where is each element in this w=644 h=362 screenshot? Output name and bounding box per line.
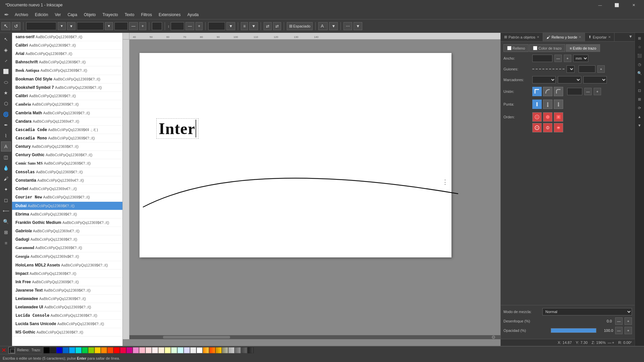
font-item-courier[interactable]: Courier New AaBbCcIiPpQq12369$€?.:/()	[12, 193, 122, 202]
sub-tab-relleno[interactable]: Relleno	[503, 44, 529, 52]
font-item-book-antiqua[interactable]: Book Antiqua AaBbCcIiPpQq12369$€?.:/()	[12, 66, 122, 75]
tool-ellipse[interactable]: ⬭	[1, 77, 11, 87]
orden-6[interactable]	[554, 123, 563, 132]
rs-btn-5[interactable]: 🔍	[636, 69, 644, 77]
canvas-background[interactable]: Inter ⋮ ⚙	[129, 40, 500, 339]
tab-stroke[interactable]: 🖌 Relleno y borde ✕	[543, 33, 585, 41]
font-item-calibri[interactable]: Calibri AaBbCcIiPpQq12369$€?.:/()	[12, 92, 122, 100]
font-item-cambria[interactable]: Cambria AaBbCcIiPpQq12369$€?.:/()	[12, 100, 122, 109]
orden-2[interactable]	[543, 112, 552, 122]
tool-3d[interactable]: ⬡	[1, 99, 11, 109]
pal-white[interactable]	[197, 347, 203, 353]
menu-ayuda[interactable]: Ayuda	[184, 11, 202, 18]
font-item-consolas[interactable]: Consolas AaBbCcIiPpQq12369$€?.:/()	[12, 168, 122, 176]
font-item-comic-sans[interactable]: Comic Sans MS AaBbCcIiPpQq12369$€?.:/()	[12, 159, 122, 168]
color-trazo-checkbox[interactable]	[533, 46, 537, 50]
font-item-dubai[interactable]: Dubai AaBbCcIiPpQq12369$€?.:/()	[12, 202, 122, 210]
rs-btn-4[interactable]: ◷	[636, 60, 644, 68]
rs-btn-1[interactable]: ⊞	[636, 34, 644, 42]
pal-vlight-blue[interactable]	[184, 347, 190, 353]
pal-grad-8[interactable]	[248, 347, 254, 353]
pal-black[interactable]	[44, 347, 50, 353]
menu-trayecto[interactable]: Trayecto	[99, 11, 121, 18]
pal-cyan[interactable]	[69, 347, 75, 353]
tool-bezier[interactable]: ⌇	[1, 131, 11, 141]
font-item-cambria-math[interactable]: Cambria Math AaBbCcIiPpQq12369$€?.:/()	[12, 109, 122, 117]
guiones-value-input[interactable]: 0.00	[579, 65, 595, 73]
panel-collapse-btn[interactable]: ▼	[627, 33, 635, 41]
font-item-leelawadee[interactable]: Leelawadee AaBbCcIiPpQq12369$€?.:/()	[12, 295, 122, 303]
marcadores-start[interactable]	[532, 76, 556, 83]
pal-grad-3[interactable]	[216, 347, 222, 353]
tool-select[interactable]: ↖	[1, 22, 10, 30]
marcadores-end[interactable]	[583, 76, 607, 83]
tab-pattern[interactable]: ⊞ Patrón a objetos ✕	[501, 33, 543, 41]
close-pattern-tab[interactable]: ✕	[537, 35, 539, 39]
punta-square[interactable]	[543, 100, 552, 109]
more-text-btn[interactable]: ⋯	[343, 22, 352, 30]
punta-butt[interactable]	[532, 100, 542, 109]
font-item-candara[interactable]: Candara AaBbCcIiPpQq12369s€?.:/()	[12, 117, 122, 126]
union-value-input[interactable]: 4.00	[567, 88, 582, 95]
no-paint-icon[interactable]: ✕	[1, 347, 6, 354]
canvas-text-element[interactable]: Inter	[156, 118, 199, 139]
canvas-settings-icon[interactable]: ⚙	[491, 335, 496, 339]
tool-spray[interactable]: ✦	[1, 184, 11, 194]
font-item-lucida-sans[interactable]: Lucida Sans Unicode AaBbCcIiPpQq12369$€?…	[12, 320, 122, 328]
sub-tab-estilo-trazo[interactable]: ≡ Estilo de trazo	[566, 44, 600, 52]
app-icon[interactable]: ✒	[1, 10, 11, 20]
bezier-curve[interactable]	[140, 154, 462, 221]
line-height-down[interactable]: —	[185, 22, 194, 30]
guiones-plus[interactable]: +	[597, 65, 605, 73]
tool-pointer[interactable]: ↖	[1, 34, 11, 44]
pal-blue[interactable]	[63, 347, 69, 353]
pal-vlight-green[interactable]	[171, 347, 177, 353]
canvas-menu-dots[interactable]: ⋮	[442, 178, 448, 186]
tool-magnify[interactable]: 🔍	[1, 217, 11, 227]
menu-capa[interactable]: Capa	[64, 11, 80, 18]
close-export-tab[interactable]: ✕	[608, 35, 611, 39]
font-family-icon[interactable]: ▼	[58, 22, 66, 30]
pal-grad-7[interactable]	[241, 347, 247, 353]
ancho-minus[interactable]: —	[554, 55, 562, 62]
font-item-bookshelf[interactable]: Bookshelf Symbol 7 AaBbCcIiPpQq12369$€?.…	[12, 83, 122, 92]
pal-ultra-light-pink[interactable]	[152, 347, 158, 353]
font-item-franklin[interactable]: Franklin Gothic Medium AaBbCcIiPpQq12369…	[12, 219, 122, 227]
pal-vlight-pink[interactable]	[146, 347, 152, 353]
text-extra-btn[interactable]: ▼	[354, 22, 362, 30]
tool-xml[interactable]: ⌗	[1, 238, 11, 248]
union-round[interactable]	[543, 87, 552, 96]
menu-ver[interactable]: Ver	[51, 11, 64, 18]
rs-btn-7[interactable]: ⊡	[636, 86, 644, 95]
blend-mode-select[interactable]: Normal Multiply Screen	[542, 308, 632, 315]
rs-btn-10[interactable]: ▲	[636, 113, 644, 121]
fill-swatch[interactable]	[8, 347, 15, 354]
minimize-button[interactable]: —	[592, 0, 608, 10]
font-style-arrow[interactable]: ▼	[105, 22, 113, 30]
font-item-lucida-console[interactable]: Lucida Console AaBbCcIiPpQq12369$€?.:/()	[12, 311, 122, 320]
rs-btn-8[interactable]: ⊞	[636, 95, 644, 103]
punta-round[interactable]	[554, 100, 563, 109]
font-item-leelawadee-ui[interactable]: Leelawadee UI AaBbCcIiPpQq12369$€?.:/()	[12, 303, 122, 311]
font-item-calibri-top[interactable]: Calibri AaBbCcIiPpQq12369$€?.:/()	[12, 41, 122, 50]
union-miter[interactable]	[532, 87, 542, 96]
align-left[interactable]: ≡	[241, 22, 248, 30]
menu-texto[interactable]: Texto	[121, 11, 138, 18]
rs-btn-2[interactable]: ☆	[636, 43, 644, 51]
orden-1[interactable]	[532, 112, 542, 122]
tool-gradient[interactable]: ◫	[1, 152, 11, 162]
tool-dropper[interactable]: 💧	[1, 163, 11, 173]
page-canvas[interactable]: Inter ⋮	[140, 53, 451, 257]
tool-layers[interactable]: ⊞	[1, 227, 11, 237]
font-item-cascadia-mono[interactable]: Cascadia Mono AaBbCcIiPpQq12369$€?.:/()	[12, 134, 122, 142]
pal-blue-dark[interactable]	[56, 347, 62, 353]
font-item-century[interactable]: Century AaBbCcIiPpQq12369$€?.:/()	[12, 142, 122, 151]
zoom-plus-btn[interactable]: +	[612, 341, 614, 345]
font-item-constantia[interactable]: Constantia AaBbCcIiPpQq12369s€?.:/()	[12, 176, 122, 185]
font-item-inkfree[interactable]: Ink Free AaBbCcIiPpQq12369$€?.:/()	[12, 278, 122, 286]
font-style-input[interactable]: Light	[77, 22, 104, 30]
menu-objeto[interactable]: Objeto	[80, 11, 99, 18]
tool-paint[interactable]: 🖌	[1, 174, 11, 184]
pal-orange-red[interactable]	[107, 347, 113, 353]
font-family-input[interactable]: Calibri	[26, 22, 56, 30]
